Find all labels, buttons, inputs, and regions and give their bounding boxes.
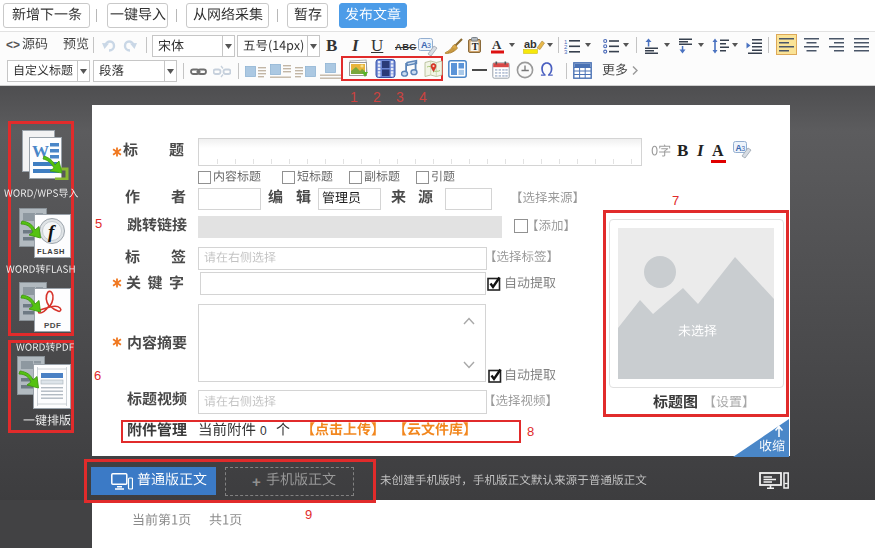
svg-text:3: 3 [427,42,431,49]
svg-text:ab: ab [524,38,537,50]
svg-text:3: 3 [564,49,568,54]
svg-text:3: 3 [742,145,746,152]
svg-text:FLASH: FLASH [37,247,65,256]
svg-text:T: T [472,41,479,52]
svg-text:A: A [492,37,502,52]
svg-text:PDF: PDF [44,321,62,330]
